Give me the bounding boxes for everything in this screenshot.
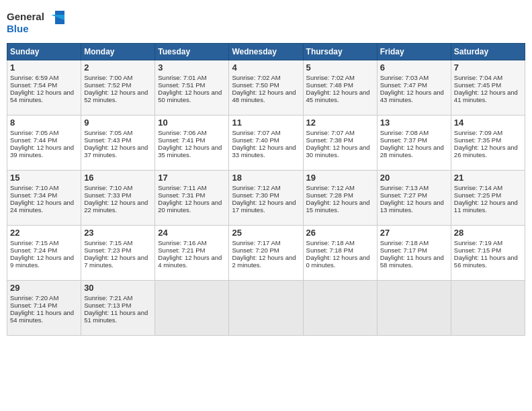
- daylight-text: Daylight: 12 hours and 26 minutes.: [454, 144, 522, 158]
- daylight-text: Daylight: 12 hours and 9 minutes.: [10, 254, 78, 269]
- sunrise-text: Sunrise: 7:08 AM: [380, 129, 448, 136]
- day-number: 5: [306, 62, 374, 73]
- calendar-cell: [451, 281, 525, 336]
- sunrise-text: Sunrise: 7:07 AM: [232, 129, 300, 136]
- calendar-cell: 5Sunrise: 7:02 AMSunset: 7:48 PMDaylight…: [303, 60, 377, 116]
- calendar-cell: 8Sunrise: 7:05 AMSunset: 7:44 PMDaylight…: [7, 116, 81, 171]
- week-row-3: 15Sunrise: 7:10 AMSunset: 7:34 PMDayligh…: [7, 171, 525, 226]
- sunset-text: Sunset: 7:33 PM: [84, 191, 152, 199]
- sunset-text: Sunset: 7:15 PM: [454, 246, 522, 254]
- sunrise-text: Sunrise: 7:18 AM: [306, 239, 374, 246]
- daylight-text: Daylight: 12 hours and 48 minutes.: [232, 89, 300, 103]
- calendar-cell: 26Sunrise: 7:18 AMSunset: 7:18 PMDayligh…: [303, 226, 377, 281]
- sunrise-text: Sunrise: 7:07 AM: [306, 129, 374, 136]
- sunrise-text: Sunrise: 7:04 AM: [454, 74, 522, 81]
- calendar-cell: 15Sunrise: 7:10 AMSunset: 7:34 PMDayligh…: [7, 171, 81, 226]
- day-number: 14: [454, 118, 522, 128]
- calendar-cell: 14Sunrise: 7:09 AMSunset: 7:35 PMDayligh…: [451, 116, 525, 171]
- sunrise-text: Sunrise: 7:09 AM: [454, 129, 522, 136]
- calendar-cell: 27Sunrise: 7:18 AMSunset: 7:17 PMDayligh…: [377, 226, 451, 281]
- daylight-text: Daylight: 12 hours and 4 minutes.: [158, 254, 226, 269]
- calendar-cell: 1Sunrise: 6:59 AMSunset: 7:54 PMDaylight…: [7, 60, 81, 116]
- day-number: 4: [232, 62, 300, 73]
- calendar-cell: 7Sunrise: 7:04 AMSunset: 7:45 PMDaylight…: [451, 60, 525, 116]
- daylight-text: Daylight: 12 hours and 54 minutes.: [10, 89, 78, 103]
- day-number: 7: [454, 62, 522, 73]
- sunrise-text: Sunrise: 7:02 AM: [306, 74, 374, 81]
- daylight-text: Daylight: 12 hours and 24 minutes.: [10, 199, 78, 214]
- daylight-text: Daylight: 12 hours and 39 minutes.: [10, 144, 78, 158]
- sunrise-text: Sunrise: 7:20 AM: [10, 294, 78, 302]
- calendar-cell: 18Sunrise: 7:12 AMSunset: 7:30 PMDayligh…: [229, 171, 303, 226]
- day-number: 3: [158, 62, 226, 73]
- sunrise-text: Sunrise: 7:05 AM: [84, 129, 152, 136]
- calendar-cell: 12Sunrise: 7:07 AMSunset: 7:38 PMDayligh…: [303, 116, 377, 171]
- daylight-text: Daylight: 11 hours and 56 minutes.: [454, 254, 522, 269]
- calendar-cell: [229, 281, 303, 336]
- sunset-text: Sunset: 7:14 PM: [10, 302, 78, 309]
- sunset-text: Sunset: 7:35 PM: [454, 136, 522, 144]
- sunset-text: Sunset: 7:20 PM: [232, 246, 300, 254]
- sunset-text: Sunset: 7:45 PM: [454, 81, 522, 89]
- logo-svg: General Blue: [7, 9, 67, 38]
- day-number: 23: [84, 228, 152, 238]
- sunset-text: Sunset: 7:17 PM: [380, 246, 448, 254]
- daylight-text: Daylight: 12 hours and 52 minutes.: [84, 89, 152, 103]
- day-number: 10: [158, 118, 226, 128]
- week-row-4: 22Sunrise: 7:15 AMSunset: 7:24 PMDayligh…: [7, 226, 525, 281]
- day-number: 8: [10, 118, 78, 128]
- sunrise-text: Sunrise: 7:10 AM: [10, 184, 78, 191]
- sunrise-text: Sunrise: 7:18 AM: [380, 239, 448, 246]
- day-header-tuesday: Tuesday: [155, 44, 229, 60]
- calendar-cell: 2Sunrise: 7:00 AMSunset: 7:52 PMDaylight…: [81, 60, 155, 116]
- calendar-cell: 29Sunrise: 7:20 AMSunset: 7:14 PMDayligh…: [7, 281, 81, 336]
- sunset-text: Sunset: 7:18 PM: [306, 246, 374, 254]
- sunrise-text: Sunrise: 7:15 AM: [84, 239, 152, 246]
- calendar-cell: 28Sunrise: 7:19 AMSunset: 7:15 PMDayligh…: [451, 226, 525, 281]
- day-number: 11: [232, 118, 300, 128]
- sunset-text: Sunset: 7:30 PM: [232, 191, 300, 199]
- calendar-cell: 23Sunrise: 7:15 AMSunset: 7:23 PMDayligh…: [81, 226, 155, 281]
- sunset-text: Sunset: 7:41 PM: [158, 136, 226, 144]
- day-number: 30: [84, 283, 152, 293]
- sunset-text: Sunset: 7:25 PM: [454, 191, 522, 199]
- calendar-cell: 20Sunrise: 7:13 AMSunset: 7:27 PMDayligh…: [377, 171, 451, 226]
- daylight-text: Daylight: 12 hours and 33 minutes.: [232, 144, 300, 158]
- sunset-text: Sunset: 7:51 PM: [158, 81, 226, 89]
- day-number: 13: [380, 118, 448, 128]
- day-number: 22: [10, 228, 78, 238]
- logo: General Blue: [7, 9, 67, 38]
- daylight-text: Daylight: 12 hours and 30 minutes.: [306, 144, 374, 158]
- calendar-cell: 19Sunrise: 7:12 AMSunset: 7:28 PMDayligh…: [303, 171, 377, 226]
- day-number: 16: [84, 173, 152, 183]
- sunset-text: Sunset: 7:28 PM: [306, 191, 374, 199]
- day-number: 24: [158, 228, 226, 238]
- calendar-cell: 22Sunrise: 7:15 AMSunset: 7:24 PMDayligh…: [7, 226, 81, 281]
- sunset-text: Sunset: 7:31 PM: [158, 191, 226, 199]
- sunrise-text: Sunrise: 7:01 AM: [158, 74, 226, 81]
- daylight-text: Daylight: 12 hours and 43 minutes.: [380, 89, 448, 103]
- sunset-text: Sunset: 7:37 PM: [380, 136, 448, 144]
- day-number: 20: [380, 173, 448, 183]
- calendar-cell: 30Sunrise: 7:21 AMSunset: 7:13 PMDayligh…: [81, 281, 155, 336]
- week-row-1: 1Sunrise: 6:59 AMSunset: 7:54 PMDaylight…: [7, 60, 525, 116]
- day-number: 2: [84, 62, 152, 73]
- sunrise-text: Sunrise: 7:17 AM: [232, 239, 300, 246]
- day-number: 26: [306, 228, 374, 238]
- daylight-text: Daylight: 12 hours and 35 minutes.: [158, 144, 226, 158]
- daylight-text: Daylight: 12 hours and 15 minutes.: [306, 199, 374, 214]
- calendar-cell: 21Sunrise: 7:14 AMSunset: 7:25 PMDayligh…: [451, 171, 525, 226]
- sunset-text: Sunset: 7:40 PM: [232, 136, 300, 144]
- day-number: 12: [306, 118, 374, 128]
- day-number: 19: [306, 173, 374, 183]
- sunrise-text: Sunrise: 7:15 AM: [10, 239, 78, 246]
- calendar-cell: 6Sunrise: 7:03 AMSunset: 7:47 PMDaylight…: [377, 60, 451, 116]
- sunset-text: Sunset: 7:44 PM: [10, 136, 78, 144]
- sunset-text: Sunset: 7:52 PM: [84, 81, 152, 89]
- calendar-cell: 4Sunrise: 7:02 AMSunset: 7:50 PMDaylight…: [229, 60, 303, 116]
- day-header-monday: Monday: [81, 44, 155, 60]
- day-header-saturday: Saturday: [451, 44, 525, 60]
- daylight-text: Daylight: 12 hours and 2 minutes.: [232, 254, 300, 269]
- daylight-text: Daylight: 12 hours and 28 minutes.: [380, 144, 448, 158]
- day-number: 25: [232, 228, 300, 238]
